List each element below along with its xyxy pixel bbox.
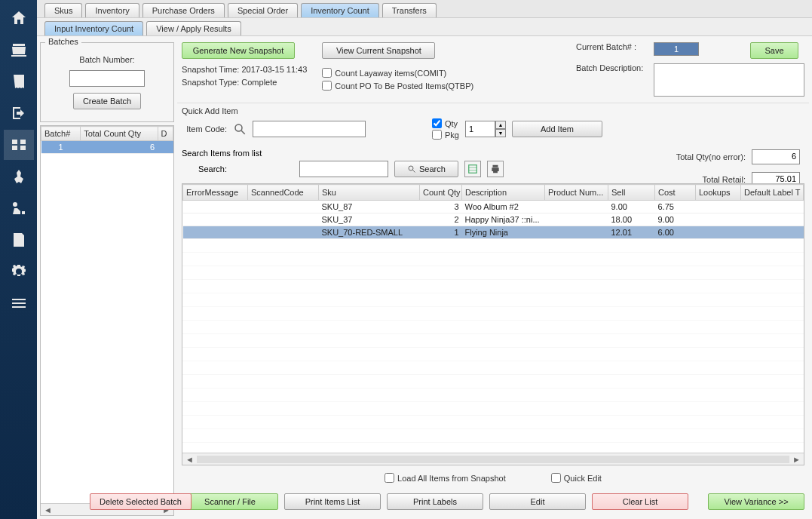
receipt-icon[interactable] (4, 66, 34, 97)
batches-panel: Batches Batch Number: Create Batch Batch… (40, 39, 174, 516)
snapshot-type-label: Snapshot Type: (182, 78, 239, 87)
top-tab-inventory[interactable]: Inventory (85, 3, 139, 17)
grid-col-header[interactable]: Sell (608, 185, 655, 201)
search-input[interactable] (299, 161, 388, 177)
grid-row[interactable]: SKU_70-RED-SMALL1Flying Ninja12.016.00 (183, 226, 804, 239)
spinner-up[interactable]: ▲ (495, 121, 506, 129)
top-tab-transfers[interactable]: Transfers (382, 3, 437, 17)
search-button[interactable]: Search (394, 161, 458, 177)
sub-tabs: Input Inventory CountView / Apply Result… (37, 17, 812, 35)
top-tabs: SkusInventoryPurchase OrdersSpecial Orde… (37, 0, 812, 17)
grid-empty-area (182, 239, 804, 453)
edit-button[interactable]: Edit (489, 493, 586, 510)
menu-icon[interactable] (4, 288, 34, 318)
svg-point-2 (409, 166, 413, 170)
grid-col-header[interactable]: Product Num... (545, 185, 608, 201)
count-po-checkbox[interactable]: Count PO To Be Posted Items(QTBP) (322, 81, 473, 91)
snapshot-info: Snapshot Time: 2017-03-15 11:43 Snapshot… (182, 63, 307, 88)
total-qty-value: 6 (752, 149, 800, 164)
view-variance-button[interactable]: View Variance >> (708, 493, 804, 510)
grid-col-header[interactable]: Default Label T (741, 185, 804, 201)
snapshot-time-label: Snapshot Time: (182, 65, 239, 74)
top-tab-inventory-count[interactable]: Inventory Count (301, 3, 379, 17)
nav-sidebar (0, 0, 37, 519)
items-grid[interactable]: ErrorMessageScannedCodeSkuCount QtyDescr… (182, 183, 804, 465)
qty-spinner[interactable]: ▲▼ (465, 121, 506, 137)
count-layaway-checkbox[interactable]: Count Layaway items(COMIT) (322, 68, 473, 78)
grid-col-header[interactable]: Cost (655, 185, 696, 201)
batch-col-header[interactable]: Total Count Qty (81, 127, 158, 141)
grid-scrollbar[interactable]: ◄► (182, 453, 804, 465)
search-icon (407, 164, 416, 174)
qty-input[interactable] (465, 121, 495, 137)
delete-batch-button[interactable]: Delete Selected Batch (90, 493, 192, 510)
top-tab-purchase-orders[interactable]: Purchase Orders (142, 3, 225, 17)
main-area: SkusInventoryPurchase OrdersSpecial Orde… (37, 0, 812, 519)
sub-tab-input-inventory-count[interactable]: Input Inventory Count (44, 21, 143, 35)
svg-point-0 (235, 124, 242, 131)
top-tab-special-order[interactable]: Special Order (228, 3, 298, 17)
item-code-input[interactable] (253, 121, 366, 137)
batch-number-input[interactable] (69, 70, 145, 87)
batches-group-title: Batches (45, 37, 81, 46)
quick-add-title: Quick Add Item (182, 106, 804, 115)
search-label: Search: (182, 164, 227, 174)
batch-desc-label: Batch Description: (576, 63, 648, 72)
grid-col-header[interactable]: ScannedCode (248, 185, 319, 201)
top-controls: Generate New Snapshot Snapshot Time: 201… (177, 39, 809, 100)
grid-col-header[interactable]: Count Qty (420, 185, 462, 201)
item-code-label: Item Code: (182, 124, 227, 134)
view-snapshot-button[interactable]: View Current Snapshot (322, 42, 435, 59)
search-icon[interactable] (233, 122, 247, 136)
save-button[interactable]: Save (750, 42, 798, 59)
bottom-buttons: Scanner / File Print Items List Print La… (177, 490, 809, 516)
bottom-options: Load All Items from Snapshot Quick Edit (177, 468, 809, 487)
grid-row[interactable]: SKU_873Woo Album #29.006.75 (183, 201, 804, 213)
print-icon[interactable] (487, 161, 504, 177)
batch-col-header[interactable]: Batch# (41, 127, 81, 141)
home-icon[interactable] (4, 3, 34, 33)
grid-col-header[interactable]: ErrorMessage (183, 185, 248, 201)
print-labels-button[interactable]: Print Labels (387, 493, 483, 510)
qty-checkbox[interactable]: Qty (432, 118, 459, 128)
batch-info: Current Batch# : 1 Save Batch Descriptio… (576, 42, 804, 97)
batches-group: Batches Batch Number: Create Batch (40, 42, 174, 122)
batch-row[interactable]: 16 (41, 141, 173, 154)
batch-number-label: Batch Number: (79, 55, 134, 64)
print-items-button[interactable]: Print Items List (284, 493, 381, 510)
clear-list-button[interactable]: Clear List (592, 493, 688, 510)
right-area: Generate New Snapshot Snapshot Time: 201… (177, 39, 809, 516)
svg-line-1 (241, 131, 245, 134)
load-all-checkbox[interactable]: Load All Items from Snapshot (385, 473, 506, 483)
sub-tab-view-apply-results[interactable]: View / Apply Results (146, 21, 241, 35)
grid-col-header[interactable]: Lookups (696, 185, 741, 201)
batch-desc-input[interactable] (654, 63, 804, 97)
svg-rect-4 (469, 165, 477, 174)
top-tab-skus[interactable]: Skus (44, 3, 82, 17)
shipping-icon[interactable] (4, 193, 34, 223)
pkg-checkbox[interactable]: Pkg (432, 130, 459, 140)
grid-row[interactable]: SKU_372Happy Ninja37 ::ni...18.009.00 (183, 213, 804, 226)
generate-snapshot-button[interactable]: Generate New Snapshot (182, 42, 295, 59)
quick-add-section: Quick Add Item Item Code: Qty Pkg ▲▼ Add… (177, 103, 809, 143)
create-batch-button[interactable]: Create Batch (73, 93, 141, 109)
spinner-down[interactable]: ▼ (495, 129, 506, 137)
add-item-button[interactable]: Add Item (512, 121, 602, 137)
grid-col-header[interactable]: Sku (319, 185, 420, 201)
inventory-icon[interactable] (4, 130, 34, 160)
scanner-file-button[interactable]: Scanner / File (182, 493, 278, 510)
quick-edit-checkbox[interactable]: Quick Edit (551, 473, 602, 483)
snapshot-time-value: 2017-03-15 11:43 (242, 65, 308, 74)
report-icon[interactable] (4, 225, 34, 255)
exit-icon[interactable] (4, 98, 34, 128)
batch-col-header[interactable]: D (158, 127, 173, 141)
content: Batches Batch Number: Create Batch Batch… (37, 35, 812, 519)
snapshot-type-value: Complete (241, 78, 277, 87)
settings-icon[interactable] (4, 256, 34, 287)
grid-view-icon[interactable] (464, 161, 481, 177)
total-qty-label: Total Qty(no error): (676, 152, 746, 161)
customer-icon[interactable] (4, 161, 34, 192)
grid-col-header[interactable]: Description (462, 185, 545, 201)
register-icon[interactable] (4, 35, 34, 65)
svg-line-3 (413, 170, 415, 173)
